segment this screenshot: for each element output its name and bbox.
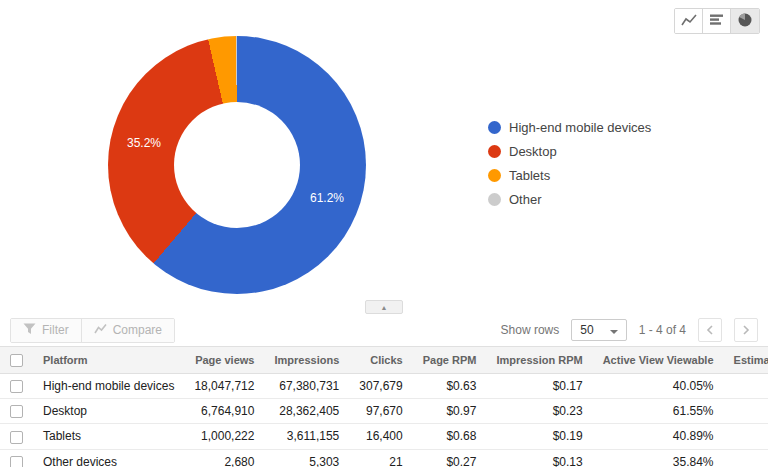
- table-row[interactable]: Other devices 2,680 5,303 21 $0.27 $0.13…: [0, 449, 768, 467]
- filter-icon: [23, 323, 36, 338]
- active-view-viewable-cell: 40.05%: [593, 373, 724, 398]
- platform-cell: Tablets: [33, 424, 184, 449]
- table-row[interactable]: Desktop 6,764,910 28,362,405 97,670 $0.9…: [0, 398, 768, 423]
- row-checkbox[interactable]: [10, 456, 23, 467]
- impression-rpm-cell: $0.23: [486, 398, 592, 423]
- page-rpm-cell: $0.27: [413, 449, 487, 467]
- rows-per-page-select[interactable]: 50: [571, 319, 626, 341]
- row-checkbox[interactable]: [10, 380, 23, 393]
- select-all-checkbox[interactable]: [10, 354, 23, 367]
- table-row[interactable]: Tablets 1,000,222 3,611,155 16,400 $0.68…: [0, 424, 768, 449]
- platforms-table: Platform Page views Impressions Clicks P…: [0, 346, 768, 467]
- clicks-cell: 97,670: [349, 398, 412, 423]
- legend-dot-red: [488, 145, 501, 158]
- compare-icon: [94, 323, 107, 337]
- page-views-cell: 18,047,712: [184, 373, 264, 398]
- filter-compare-group: Filter Compare: [10, 318, 175, 343]
- impression-rpm-cell: $0.17: [486, 373, 592, 398]
- chart-section: 61.2% 35.2% High-end mobile devices Desk…: [0, 0, 768, 298]
- previous-page-button[interactable]: [698, 318, 722, 342]
- pagination-range: 1 - 4 of 4: [639, 323, 686, 337]
- impressions-cell: 5,303: [264, 449, 349, 467]
- pie-chart-icon: [737, 13, 753, 30]
- show-rows-label: Show rows: [501, 323, 560, 337]
- bar-chart-icon: [709, 13, 724, 29]
- chevron-down-icon: [610, 323, 618, 337]
- chart-legend: High-end mobile devices Desktop Tablets …: [488, 120, 651, 216]
- impressions-cell: 67,380,731: [264, 373, 349, 398]
- line-chart-icon: [681, 13, 697, 30]
- column-header-clicks[interactable]: Clicks: [349, 347, 412, 374]
- donut-chart-wrap: 61.2% 35.2%: [108, 36, 366, 294]
- chevron-right-icon: [742, 323, 750, 338]
- column-header-active-view-viewable[interactable]: Active View Viewable: [593, 347, 724, 374]
- pagination-controls: Show rows 50 1 - 4 of 4: [501, 318, 758, 342]
- active-view-viewable-cell: 35.84%: [593, 449, 724, 467]
- table-row[interactable]: High-end mobile devices 18,047,712 67,38…: [0, 373, 768, 398]
- impressions-cell: 28,362,405: [264, 398, 349, 423]
- platform-cell: Desktop: [33, 398, 184, 423]
- legend-item-desktop[interactable]: Desktop: [488, 144, 651, 159]
- compare-label: Compare: [113, 323, 162, 337]
- filter-label: Filter: [42, 323, 69, 337]
- column-header-page-rpm[interactable]: Page RPM: [413, 347, 487, 374]
- column-header-platform[interactable]: Platform: [33, 347, 184, 374]
- chart-type-toggle-group: [674, 8, 760, 34]
- active-view-viewable-cell: 61.55%: [593, 398, 724, 423]
- page-rpm-cell: $0.63: [413, 373, 487, 398]
- legend-label: Desktop: [509, 144, 557, 159]
- clicks-cell: 16,400: [349, 424, 412, 449]
- active-view-viewable-cell: 40.89%: [593, 424, 724, 449]
- impressions-cell: 3,611,155: [264, 424, 349, 449]
- estimated-earnings-cell: $11,390.50: [724, 373, 768, 398]
- legend-dot-orange: [488, 169, 501, 182]
- column-header-impression-rpm[interactable]: Impression RPM: [486, 347, 592, 374]
- legend-label: Tablets: [509, 168, 550, 183]
- collapse-row: ▲: [0, 298, 768, 314]
- compare-button[interactable]: Compare: [81, 319, 174, 342]
- page-views-cell: 6,764,910: [184, 398, 264, 423]
- impression-rpm-cell: $0.13: [486, 449, 592, 467]
- line-chart-button[interactable]: [675, 9, 703, 33]
- bar-chart-button[interactable]: [703, 9, 731, 33]
- chevron-left-icon: [706, 323, 714, 338]
- legend-item-high-end-mobile[interactable]: High-end mobile devices: [488, 120, 651, 135]
- filter-button[interactable]: Filter: [11, 319, 81, 342]
- column-header-estimated-earnings[interactable]: Estimated earnings: [724, 347, 768, 374]
- page-rpm-cell: $0.97: [413, 398, 487, 423]
- rows-per-page-value: 50: [580, 323, 593, 337]
- page-views-cell: 1,000,222: [184, 424, 264, 449]
- next-page-button[interactable]: [734, 318, 758, 342]
- legend-dot-gray: [488, 193, 501, 206]
- estimated-earnings-cell: $6,549.14: [724, 398, 768, 423]
- row-checkbox[interactable]: [10, 431, 23, 444]
- platform-cell: High-end mobile devices: [33, 373, 184, 398]
- legend-dot-blue: [488, 121, 501, 134]
- clicks-cell: 21: [349, 449, 412, 467]
- row-checkbox[interactable]: [10, 405, 23, 418]
- column-header-page-views[interactable]: Page views: [184, 347, 264, 374]
- legend-label: High-end mobile devices: [509, 120, 651, 135]
- page-views-cell: 2,680: [184, 449, 264, 467]
- platform-cell: Other devices: [33, 449, 184, 467]
- donut-hole: [174, 102, 300, 228]
- table-header-row: Platform Page views Impressions Clicks P…: [0, 347, 768, 374]
- legend-item-other[interactable]: Other: [488, 192, 651, 207]
- legend-label: Other: [509, 192, 542, 207]
- legend-item-tablets[interactable]: Tablets: [488, 168, 651, 183]
- collapse-chart-button[interactable]: ▲: [365, 300, 403, 314]
- page-rpm-cell: $0.68: [413, 424, 487, 449]
- estimated-earnings-cell: $0.71: [724, 449, 768, 467]
- table-toolbar: Filter Compare Show rows 50 1 - 4 of 4: [0, 314, 768, 346]
- pie-chart-button[interactable]: [731, 9, 759, 33]
- clicks-cell: 307,679: [349, 373, 412, 398]
- column-header-impressions[interactable]: Impressions: [264, 347, 349, 374]
- estimated-earnings-cell: $675.72: [724, 424, 768, 449]
- impression-rpm-cell: $0.19: [486, 424, 592, 449]
